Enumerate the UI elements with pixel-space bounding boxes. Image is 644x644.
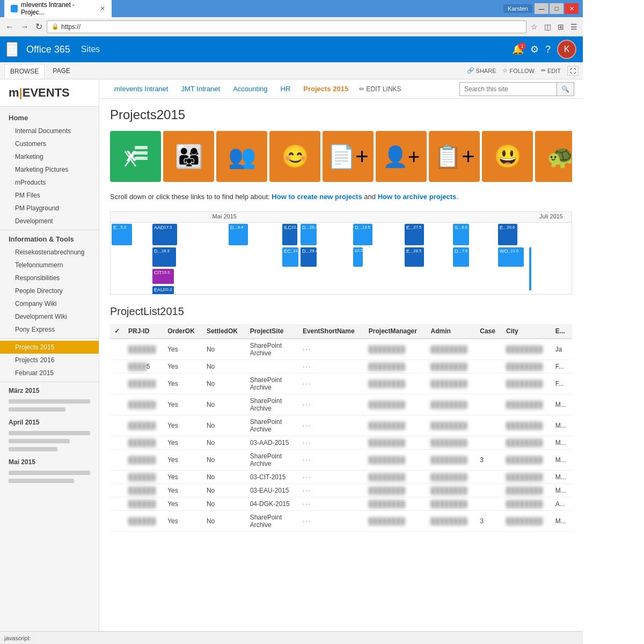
forward-button[interactable]: → xyxy=(18,21,31,33)
reload-button[interactable]: ↻ xyxy=(33,20,45,33)
user-avatar[interactable]: K xyxy=(557,40,576,59)
tab-close-icon[interactable]: ✕ xyxy=(100,5,105,12)
cell-projectsite-cit[interactable]: 03-CIT-2015 xyxy=(246,471,298,484)
gantt-bar-ilc224[interactable]: ILC22.4 xyxy=(282,224,297,245)
gantt-bar-e285[interactable]: E...28.5 xyxy=(405,247,424,267)
gantt-bar-d15[interactable]: D1.5 xyxy=(353,247,363,267)
star-icon[interactable]: ☆ xyxy=(529,21,540,32)
gantt-bar-e206[interactable]: E...20.6 xyxy=(498,224,517,245)
gantt-bar-e53[interactable]: E...5.3 xyxy=(112,224,132,245)
tile-smiley2[interactable]: 😃 xyxy=(482,131,533,182)
gantt-bar-ec244[interactable]: EC..24.4 xyxy=(282,247,298,267)
sidebar-item-februar-2015[interactable]: Februar 2015 xyxy=(0,367,99,379)
topnav-mievents-intranet[interactable]: mIevents Intranet xyxy=(108,80,174,97)
gantt-bar-d183[interactable]: D...18.3 xyxy=(152,247,176,267)
archive-projects-link[interactable]: How to archive projects xyxy=(378,193,457,201)
gantt-bar-d76[interactable]: D...7.6 xyxy=(453,247,469,267)
tile-people2[interactable]: 👥 xyxy=(216,131,267,182)
gantt-bar-d135[interactable]: D...13.5 xyxy=(353,224,372,245)
sidebar-item-mproducts[interactable]: mProducts xyxy=(0,176,99,189)
settings-gear-button[interactable]: ⚙ xyxy=(530,43,539,55)
tile-doc-star[interactable]: 📋+ xyxy=(429,131,480,182)
gantt-bar-eau203[interactable]: EAU20.3 xyxy=(152,286,174,295)
o365-grid-button[interactable]: ⊞ xyxy=(6,42,18,57)
maximize-button[interactable]: □ xyxy=(550,3,564,14)
cell-projectsite[interactable]: SharePointArchive xyxy=(246,415,298,436)
cell-projectsite-aad[interactable]: 03-AAD-2015 xyxy=(246,436,298,450)
sidebar-item-development-wiki[interactable]: Development Wiki xyxy=(0,310,99,323)
sidebar-item-home[interactable]: Home xyxy=(0,111,99,125)
topnav-projects-2015[interactable]: Projects 2015 xyxy=(297,80,355,97)
cell-projectsite[interactable]: SharePointArchive xyxy=(246,374,298,394)
sidebar-item-responsibilities[interactable]: Responsibilities xyxy=(0,272,99,284)
cell-projectsite-eau[interactable]: 03-EAU-2015 xyxy=(246,484,298,497)
tile-excel[interactable]: X xyxy=(110,131,161,182)
fullscreen-button[interactable]: ⛶ xyxy=(567,66,579,76)
gantt-bar-d84[interactable]: D...8.4 xyxy=(229,224,248,245)
notification-bell-button[interactable]: 🔔 1 xyxy=(512,43,524,55)
address-bar[interactable]: 🔒 https:// xyxy=(47,20,526,33)
cell-projectsite[interactable]: SharePointArchive xyxy=(246,511,298,532)
sidebar-item-people-directory[interactable]: People Directory xyxy=(0,284,99,297)
cell-projectsite[interactable]: SharePointArchive xyxy=(246,394,298,415)
gantt-bar-d284[interactable]: D...28.4 xyxy=(301,224,317,245)
gantt-bar-aad173[interactable]: AAD17.3 xyxy=(152,224,177,245)
sidebar-item-projects-2015[interactable]: Projects 2015 xyxy=(0,341,99,354)
tab-page[interactable]: PAGE xyxy=(47,63,76,78)
sidebar-item-telefonnummern[interactable]: Telefonnummern xyxy=(0,259,99,272)
search-button[interactable]: 🔍 xyxy=(557,83,574,96)
tile-people1[interactable]: 👨‍👩‍👧 xyxy=(163,131,214,182)
tile-turtle[interactable]: 🐢 xyxy=(535,131,572,182)
cell-projectsite[interactable]: SharePointArchive xyxy=(246,450,298,471)
sidebar-item-customers[interactable]: Customers xyxy=(0,137,99,150)
cell-orderok: Yes xyxy=(163,511,202,532)
sidebar-item-marketing[interactable]: Marketing xyxy=(0,150,99,163)
cell-projectsite[interactable]: SharePointArchive xyxy=(246,339,298,360)
tab-browse[interactable]: BROWSE xyxy=(4,64,45,78)
cell-manager: ████████ xyxy=(364,471,427,484)
gantt-bar-wo216[interactable]: WO..21.6 xyxy=(498,247,524,267)
back-button[interactable]: ← xyxy=(3,21,16,33)
extensions-icon[interactable]: ⊞ xyxy=(555,21,566,32)
sidebar-item-marketing-pictures[interactable]: Marketing Pictures xyxy=(0,163,99,176)
sidebar-item-company-wiki[interactable]: Company Wiki xyxy=(0,297,99,310)
sidebar-item-pm-files[interactable]: PM Files xyxy=(0,189,99,202)
cell-prjid: ██████ xyxy=(124,374,163,394)
tile-user-add[interactable]: 👤+ xyxy=(376,131,427,182)
sidebar-item-mai-2015[interactable]: Mai 2015 xyxy=(0,456,99,469)
col-projectmanager: ProjectManager xyxy=(364,324,427,339)
layers-icon[interactable]: ◫ xyxy=(542,21,553,32)
search-box[interactable]: 🔍 xyxy=(459,82,574,96)
sidebar-item-pm-playground[interactable]: PM Playground xyxy=(0,202,99,215)
topnav-accounting[interactable]: Accounting xyxy=(226,80,274,97)
sidebar-item-info-tools[interactable]: Information & Tools xyxy=(0,232,99,246)
table-row: ██████ Yes No SharePointArchive ··· ████… xyxy=(110,450,572,471)
minimize-button[interactable]: — xyxy=(535,3,548,14)
share-action[interactable]: 🔗 SHARE xyxy=(467,66,496,76)
topnav-jmt-intranet[interactable]: JMT Intranet xyxy=(174,80,226,97)
sidebar-item-april-2015[interactable]: April 2015 xyxy=(0,416,99,429)
topnav-edit-links[interactable]: ✏ EDIT LINKS xyxy=(359,85,401,93)
sidebar-item-development[interactable]: Development xyxy=(0,215,99,228)
sidebar-item-reisekostenabrechnung[interactable]: Reisekostenabrechnung xyxy=(0,246,99,259)
search-input[interactable] xyxy=(460,84,557,94)
help-question-button[interactable]: ? xyxy=(545,44,551,55)
tile-document-add[interactable]: 📄+ xyxy=(323,131,374,182)
browser-tab[interactable]: mIevents Intranet - Projec... ✕ xyxy=(4,0,112,18)
gantt-bar-d294[interactable]: D...29.4 xyxy=(301,247,317,267)
sidebar-item-pony-express[interactable]: Pony Express xyxy=(0,323,99,336)
gantt-bar-s66[interactable]: S...6.6 xyxy=(453,224,469,245)
sidebar-item-projects-2016[interactable]: Projects 2016 xyxy=(0,354,99,367)
gantt-bar-cit193[interactable]: CIT19.3 xyxy=(152,269,174,284)
sidebar-item-internal-documents[interactable]: Internal Documents xyxy=(0,125,99,137)
cell-projectsite-dgk[interactable]: 04-DGK-2015 xyxy=(246,497,298,511)
close-button[interactable]: ✕ xyxy=(565,3,579,14)
edit-action[interactable]: ✏ EDIT xyxy=(541,66,561,76)
create-projects-link[interactable]: How to create new projects xyxy=(272,193,362,201)
menu-icon[interactable]: ☰ xyxy=(568,21,580,32)
tile-smiley1[interactable]: 😊 xyxy=(269,131,320,182)
follow-action[interactable]: ☆ FOLLOW xyxy=(502,66,534,76)
topnav-hr[interactable]: HR xyxy=(274,80,297,97)
sidebar-item-marz-2015[interactable]: März 2015 xyxy=(0,384,99,397)
gantt-bar-e275[interactable]: E...27.5 xyxy=(405,224,424,245)
